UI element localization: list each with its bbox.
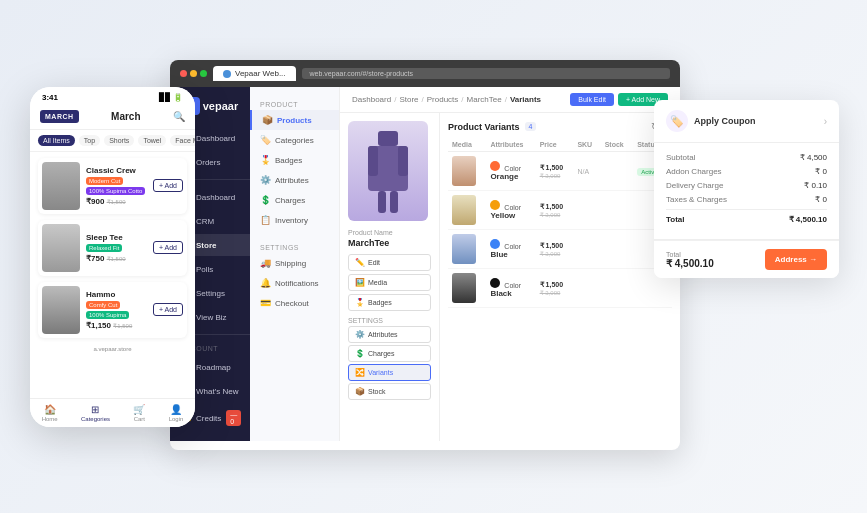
- product-main-image: [348, 121, 428, 221]
- nav-home[interactable]: 🏠 Home: [42, 404, 58, 422]
- breadcrumb-products[interactable]: Products: [427, 95, 459, 104]
- minimize-dot[interactable]: [190, 70, 197, 77]
- fullscreen-dot[interactable]: [200, 70, 207, 77]
- price-current: ₹ 1,500: [540, 242, 570, 250]
- cat-towel[interactable]: Towel: [138, 135, 166, 146]
- charges-button[interactable]: 💲 Charges: [348, 345, 431, 362]
- bulk-edit-button[interactable]: Bulk Edit: [570, 93, 614, 106]
- price-original: ₹ 3,000: [540, 172, 570, 179]
- stock-button[interactable]: 📦 Stock: [348, 383, 431, 400]
- scene: 3:41 ▊▊ 🔋 MARCH March 🔍 All Items Top Sh…: [0, 0, 867, 513]
- table-row[interactable]: Color Orange ₹ 1,500 ₹ 3,000 N/A: [448, 152, 672, 191]
- coupon-icon: 🏷️: [666, 110, 688, 132]
- product-name: Sleep Tee: [86, 233, 147, 242]
- tag: Modern Cut: [86, 177, 123, 185]
- color-swatch: [490, 239, 500, 249]
- close-dot[interactable]: [180, 70, 187, 77]
- breadcrumb-dashboard[interactable]: Dashboard: [352, 95, 391, 104]
- browser-tab[interactable]: Vepaar Web...: [213, 66, 296, 81]
- attributes-icon: ⚙️: [260, 175, 271, 185]
- taxes-row: Taxes & Charges ₹ 0: [666, 195, 827, 204]
- color-name: Orange: [490, 172, 518, 181]
- sku-value: [573, 191, 600, 230]
- total-label: Total: [666, 215, 685, 224]
- color-label: Color: [504, 282, 521, 289]
- mobile-bottom-nav: 🏠 Home ⊞ Categories 🛒 Cart 👤 Login: [30, 398, 195, 427]
- nav-home-label: Home: [42, 416, 58, 422]
- sidebar-item-label: What's New: [196, 387, 238, 396]
- list-item[interactable]: Classic Crew Modern Cut 100% Supima Cott…: [38, 158, 187, 214]
- sidebar-light-label: Charges: [275, 196, 305, 205]
- address-bar[interactable]: web.vepaar.com/#/store-products: [302, 68, 670, 79]
- sidebar-light-label: Shipping: [275, 259, 306, 268]
- variants-button[interactable]: 🔀 Variants: [348, 364, 431, 381]
- addon-value: ₹ 0: [815, 167, 827, 176]
- table-row[interactable]: Color Yellow ₹ 1,500 ₹ 3,000: [448, 191, 672, 230]
- sidebar-item-label: Roadmap: [196, 363, 231, 372]
- nav-login[interactable]: 👤 Login: [169, 404, 184, 422]
- col-price: Price: [536, 138, 574, 152]
- add-to-cart-button[interactable]: + Add: [153, 303, 183, 316]
- nav-categories[interactable]: ⊞ Categories: [81, 404, 110, 422]
- breadcrumb: Dashboard / Store / Products / MarchTee …: [352, 95, 541, 104]
- sidebar-item-label: Dashboard: [196, 193, 235, 202]
- media-button[interactable]: 🖼️ Media: [348, 274, 431, 291]
- cat-face-mask[interactable]: Face Mask: [170, 135, 195, 146]
- main-topbar: Dashboard / Store / Products / MarchTee …: [340, 87, 680, 113]
- media-icon: 🖼️: [355, 278, 365, 287]
- sidebar-light-item-charges[interactable]: 💲 Charges: [250, 190, 339, 210]
- sku-value: [573, 230, 600, 269]
- badges-button[interactable]: 🎖️ Badges: [348, 294, 431, 311]
- attributes-button[interactable]: ⚙️ Attributes: [348, 326, 431, 343]
- edit-button[interactable]: ✏️ Edit: [348, 254, 431, 271]
- add-to-cart-button[interactable]: + Add: [153, 179, 183, 192]
- tag: 100% Supima Cotto: [86, 187, 145, 195]
- list-item[interactable]: Hammo Comfy Cut 100% Supima ₹1,150 ₹1,50…: [38, 282, 187, 338]
- breadcrumb-marchtee[interactable]: MarchTee: [467, 95, 502, 104]
- sidebar-light-item-categories[interactable]: 🏷️ Categories: [250, 130, 339, 150]
- add-to-cart-button[interactable]: + Add: [153, 241, 183, 254]
- stock-value: [601, 191, 633, 230]
- sidebar-light-section-product: Product: [250, 95, 339, 110]
- sidebar-light-item-checkout[interactable]: 💳 Checkout: [250, 293, 339, 313]
- apply-coupon-row[interactable]: 🏷️ Apply Coupon ›: [654, 100, 839, 143]
- cat-top[interactable]: Top: [79, 135, 100, 146]
- color-swatch: [490, 278, 500, 288]
- cat-shorts[interactable]: Shorts: [104, 135, 134, 146]
- badges-icon: 🎖️: [260, 155, 271, 165]
- sidebar-item-label: Polls: [196, 265, 213, 274]
- table-row[interactable]: Color Black ₹ 1,500 ₹ 3,000: [448, 269, 672, 308]
- coupon-label: Apply Coupon: [694, 116, 756, 126]
- taxes-label: Taxes & Charges: [666, 195, 727, 204]
- checkout-icon: 💳: [260, 298, 271, 308]
- nav-cart[interactable]: 🛒 Cart: [133, 404, 145, 422]
- table-row[interactable]: Color Blue ₹ 1,500 ₹ 3,000: [448, 230, 672, 269]
- variants-table: Media Attributes Price SKU Stock Status: [448, 138, 672, 308]
- addon-label: Addon Charges: [666, 167, 722, 176]
- inventory-icon: 📋: [260, 215, 271, 225]
- product-detail-panel: Product Name MarchTee ✏️ Edit 🖼️ Media: [340, 113, 440, 441]
- footer-total-value: ₹ 4,500.10: [666, 258, 714, 269]
- product-name: Classic Crew: [86, 166, 147, 175]
- sidebar-light-item-inventory[interactable]: 📋 Inventory: [250, 210, 339, 230]
- sidebar-light-item-badges[interactable]: 🎖️ Badges: [250, 150, 339, 170]
- sidebar-light-item-shipping[interactable]: 🚚 Shipping: [250, 253, 339, 273]
- address-button[interactable]: Address →: [765, 249, 827, 270]
- cat-all-items[interactable]: All Items: [38, 135, 75, 146]
- breadcrumb-store[interactable]: Store: [399, 95, 418, 104]
- total-value: ₹ 4,500.10: [789, 215, 827, 224]
- sidebar-light-item-products[interactable]: 📦 Products: [250, 110, 339, 130]
- price-current: ₹ 1,500: [540, 281, 570, 289]
- vepaar-logo-text: vepaar: [203, 100, 238, 112]
- subtotal-label: Subtotal: [666, 153, 695, 162]
- list-item[interactable]: Sleep Tee Relaxed Fit ₹750 ₹1,500 + Add: [38, 220, 187, 276]
- tag: Comfy Cut: [86, 301, 120, 309]
- mobile-header: MARCH March 🔍: [30, 106, 195, 130]
- coupon-left: 🏷️ Apply Coupon: [666, 110, 756, 132]
- sidebar-light-label: Inventory: [275, 216, 308, 225]
- stock-value: [601, 230, 633, 269]
- badges-label: Badges: [368, 299, 392, 306]
- sidebar-light-item-attributes[interactable]: ⚙️ Attributes: [250, 170, 339, 190]
- sidebar-light-item-notifications[interactable]: 🔔 Notifications: [250, 273, 339, 293]
- search-icon[interactable]: 🔍: [173, 111, 185, 122]
